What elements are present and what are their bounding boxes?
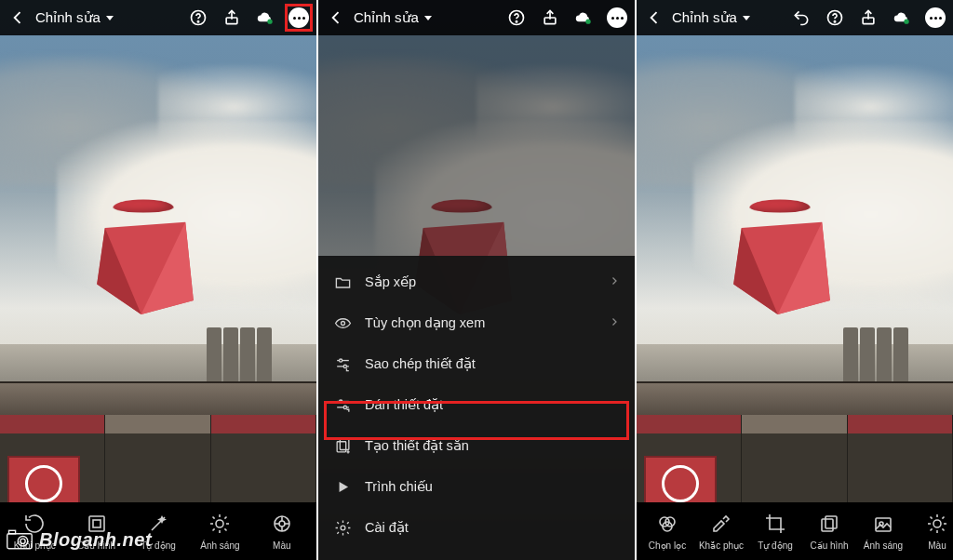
gear-icon: [333, 518, 352, 537]
svg-rect-5: [93, 520, 101, 527]
photo-canvas[interactable]: [0, 0, 316, 560]
svg-point-54: [933, 520, 941, 527]
svg-rect-51: [825, 516, 837, 528]
svg-point-42: [341, 526, 345, 530]
preset-add-icon: [333, 436, 352, 455]
menu-item-view-options[interactable]: Tùy chọn dạng xem: [318, 302, 635, 343]
help-icon[interactable]: [825, 7, 845, 28]
svg-point-16: [279, 521, 285, 527]
mode-dropdown[interactable]: Chỉnh sửa: [672, 9, 750, 26]
tool-light[interactable]: Màu: [910, 502, 953, 560]
svg-point-23: [18, 536, 28, 546]
share-icon[interactable]: [221, 7, 242, 28]
mode-title: Chỉnh sửa: [672, 9, 737, 26]
share-icon[interactable]: [540, 7, 560, 28]
svg-point-1: [197, 21, 198, 22]
help-icon[interactable]: [188, 7, 208, 28]
svg-line-61: [931, 528, 933, 530]
help-icon[interactable]: [506, 7, 527, 28]
chevron-down-icon: [424, 16, 432, 20]
more-icon: [293, 17, 305, 20]
topbar: Chỉnh sửa: [637, 0, 953, 35]
svg-rect-22: [9, 530, 16, 534]
more-menu-button[interactable]: [925, 7, 946, 28]
mode-title: Chỉnh sửa: [35, 9, 101, 26]
svg-point-33: [343, 365, 346, 367]
svg-point-3: [267, 20, 272, 24]
svg-line-14: [225, 517, 227, 519]
svg-line-13: [213, 528, 215, 530]
play-icon: [333, 477, 352, 496]
menu-label: Sao chép thiết đặt: [365, 356, 476, 371]
menu-label: Tùy chọn dạng xem: [365, 315, 485, 330]
svg-rect-38: [337, 441, 346, 451]
svg-point-44: [834, 21, 835, 22]
menu-label: Tạo thiết đặt sẵn: [365, 438, 469, 453]
mode-dropdown[interactable]: Chỉnh sửa: [35, 9, 114, 26]
svg-line-12: [225, 528, 227, 530]
topbar: Chỉnh sửa: [318, 0, 635, 35]
menu-item-slideshow[interactable]: Trình chiếu: [318, 466, 635, 507]
panel-step-1: Chỉnh sửa: [0, 0, 316, 560]
svg-line-60: [942, 528, 944, 530]
menu-label: Cài đặt: [365, 520, 409, 535]
svg-point-26: [516, 21, 517, 22]
edit-tool-strip[interactable]: Chọn lọc Khắc phục Tự động Cấu hình Ánh …: [637, 502, 953, 560]
tool-light[interactable]: Ánh sáng: [189, 502, 250, 560]
svg-point-24: [20, 539, 25, 543]
more-icon: [930, 17, 942, 20]
svg-point-6: [216, 520, 223, 527]
tool-profiles[interactable]: Cấu hình: [802, 502, 856, 560]
svg-rect-39: [340, 439, 349, 449]
tool-filter[interactable]: Chọn lọc: [640, 502, 694, 560]
tool-crop[interactable]: Tự động: [748, 502, 802, 560]
more-menu-button[interactable]: [289, 7, 309, 28]
menu-item-organize[interactable]: Sắp xếp: [318, 261, 635, 302]
svg-line-59: [931, 517, 933, 519]
sliders-paste-icon: [333, 395, 352, 414]
chevron-right-icon: [609, 274, 620, 289]
svg-point-35: [339, 399, 342, 402]
back-icon[interactable]: [644, 7, 664, 28]
menu-item-paste-settings[interactable]: Dán thiết đặt: [318, 384, 635, 425]
svg-line-62: [942, 517, 944, 519]
menu-label: Dán thiết đặt: [365, 397, 443, 412]
watermark: Bloganh.net: [6, 528, 152, 551]
tool-color[interactable]: Màu: [251, 502, 313, 560]
folder-icon: [333, 273, 352, 291]
menu-item-create-preset[interactable]: Tạo thiết đặt sẵn: [318, 425, 635, 466]
topbar: Chỉnh sửa: [0, 0, 316, 35]
back-icon[interactable]: [7, 7, 28, 28]
share-icon[interactable]: [858, 7, 879, 28]
mode-dropdown[interactable]: Chỉnh sửa: [354, 9, 432, 26]
menu-item-copy-settings[interactable]: Sao chép thiết đặt: [318, 343, 635, 384]
svg-point-29: [341, 321, 344, 325]
undo-icon[interactable]: [791, 7, 812, 28]
cloud-sync-icon[interactable]: [573, 7, 594, 28]
panel-step-2: Chỉnh sửa Sắp xếp: [318, 0, 635, 560]
photo-canvas[interactable]: [637, 0, 953, 560]
more-menu: Sắp xếp Tùy chọn dạng xem Sao chép thiết…: [318, 256, 635, 560]
tool-heal[interactable]: Khắc phục: [694, 502, 748, 560]
svg-point-37: [343, 406, 346, 408]
more-menu-button[interactable]: [607, 7, 627, 28]
svg-line-11: [213, 517, 215, 519]
chevron-right-icon: [609, 315, 620, 330]
cloud-sync-icon[interactable]: [892, 7, 912, 28]
cloud-sync-icon[interactable]: [255, 7, 275, 28]
menu-label: Sắp xếp: [365, 274, 416, 289]
svg-point-31: [339, 358, 342, 361]
menu-label: Trình chiếu: [365, 479, 433, 494]
svg-point-28: [585, 20, 590, 24]
eye-icon: [333, 313, 352, 332]
more-icon: [611, 17, 624, 20]
chevron-down-icon: [106, 16, 114, 20]
sliders-copy-icon: [333, 354, 352, 373]
mode-title: Chỉnh sửa: [354, 9, 419, 26]
sky-lantern-subject: [89, 195, 201, 316]
svg-point-46: [904, 20, 908, 24]
tool-presets[interactable]: Ánh sáng: [856, 502, 910, 560]
back-icon[interactable]: [326, 7, 346, 28]
menu-item-settings[interactable]: Cài đặt: [318, 507, 635, 548]
panel-step-3: Chỉnh sửa: [637, 0, 953, 560]
